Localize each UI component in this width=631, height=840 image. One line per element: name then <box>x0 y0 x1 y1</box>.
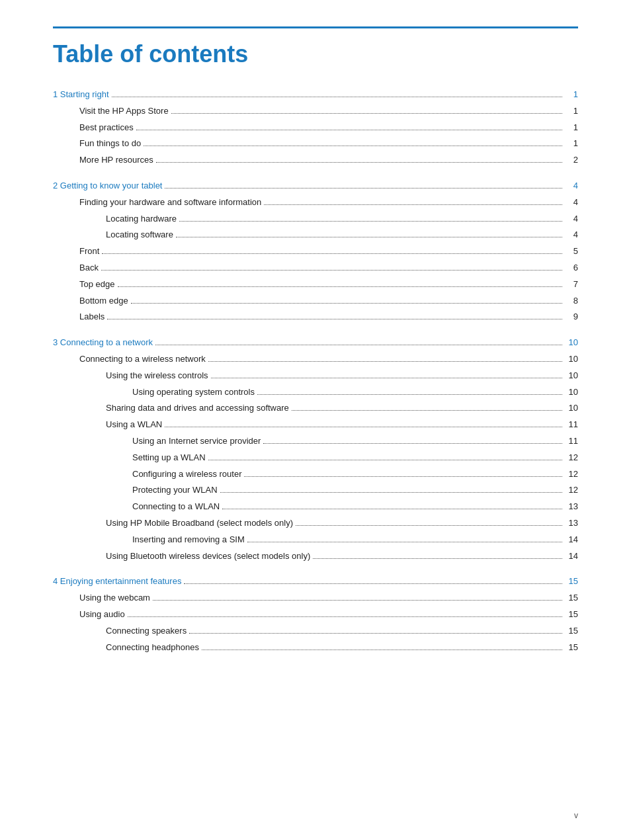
toc-page-number: 12 <box>565 468 578 482</box>
toc-dots <box>208 361 562 362</box>
toc-page-number: 7 <box>565 278 578 292</box>
toc-section-label: Finding your hardware and software infor… <box>79 196 261 210</box>
toc-page-number: 10 <box>565 386 578 399</box>
toc-dots <box>208 460 562 460</box>
toc-dots <box>102 253 562 254</box>
toc-entry: 3 Connecting to a network10 <box>53 336 578 350</box>
toc-section-label: Setting up a WLAN <box>132 451 206 465</box>
toc-entry: Using a WLAN11 <box>53 418 578 432</box>
toc-entry: Using HP Mobile Broadband (select models… <box>53 517 578 530</box>
toc-page-number: 12 <box>565 451 578 465</box>
toc-entry: Using an Internet service provider11 <box>53 435 578 448</box>
toc-section-label: Connecting speakers <box>106 624 187 638</box>
toc-dots <box>244 476 562 477</box>
toc-entry: 4 Enjoying entertainment features15 <box>53 575 578 589</box>
toc-entry: Labels9 <box>53 310 578 324</box>
toc-page-number: 5 <box>565 245 578 259</box>
toc-dots <box>131 303 562 304</box>
toc-entry: Configuring a wireless router12 <box>53 468 578 482</box>
toc-page-number: 14 <box>565 550 578 564</box>
toc-dots <box>264 204 562 205</box>
toc-entry: Top edge7 <box>53 278 578 292</box>
toc-section-label: Protecting your WLAN <box>132 483 218 497</box>
toc-section-label: Locating software <box>106 228 173 242</box>
toc-dots <box>211 378 562 378</box>
toc-dots <box>296 525 562 526</box>
toc-entry: Bottom edge8 <box>53 294 578 308</box>
toc-section-label: Using an Internet service provider <box>132 435 261 448</box>
toc-page-number: 10 <box>565 353 578 366</box>
toc-dots <box>156 162 562 163</box>
toc-section-label: Visit the HP Apps Store <box>79 105 169 118</box>
toc-entry: Connecting to a WLAN13 <box>53 500 578 514</box>
toc-chapter-label[interactable]: 2 Getting to know your tablet <box>53 179 162 193</box>
toc-dots <box>292 410 562 411</box>
toc-page-number: 15 <box>565 608 578 622</box>
toc-entry: Connecting headphones15 <box>53 641 578 655</box>
toc-page-number: 15 <box>565 575 578 589</box>
toc-dots <box>165 188 562 189</box>
toc-entry: Locating software4 <box>53 228 578 242</box>
toc-page-number: 12 <box>565 483 578 497</box>
toc-chapter-label[interactable]: 3 Connecting to a network <box>53 336 153 350</box>
toc-section-label: More HP resources <box>79 153 153 167</box>
toc-entry: Back6 <box>53 261 578 275</box>
toc-entry: Inserting and removing a SIM14 <box>53 533 578 547</box>
toc-section-label: Top edge <box>79 278 115 292</box>
toc-entry: Sharing data and drives and accessing so… <box>53 401 578 415</box>
toc-page-number: 11 <box>565 418 578 432</box>
toc-dots <box>179 221 562 222</box>
toc-section-label: Locating hardware <box>106 212 177 226</box>
toc-section-label: Using audio <box>79 608 125 622</box>
toc-page-number: 10 <box>565 336 578 350</box>
toc-dots <box>136 130 562 130</box>
toc-section-label: Using operating system controls <box>132 386 255 399</box>
toc-entry: Fun things to do1 <box>53 137 578 151</box>
toc-entry: Setting up a WLAN12 <box>53 451 578 465</box>
toc-page-number: 10 <box>565 369 578 383</box>
toc-section-label: Using HP Mobile Broadband (select models… <box>106 517 293 530</box>
toc-section-label: Back <box>79 261 99 275</box>
toc-page-number: 15 <box>565 641 578 655</box>
toc-entry: More HP resources2 <box>53 153 578 167</box>
toc-page-number: 6 <box>565 261 578 275</box>
toc-dots <box>220 492 562 493</box>
toc-chapter-label[interactable]: 1 Starting right <box>53 88 109 102</box>
top-border <box>53 26 578 28</box>
toc-dots <box>257 394 562 395</box>
toc-section-label: Bottom edge <box>79 294 128 308</box>
toc-dots <box>263 443 562 444</box>
toc-section-label: Connecting headphones <box>106 641 199 655</box>
toc-dots <box>128 616 562 617</box>
toc-entry: Using the webcam15 <box>53 591 578 605</box>
toc-section-label: Best practices <box>79 121 134 135</box>
toc-section-label: Using the wireless controls <box>106 369 208 383</box>
toc-dots <box>118 286 563 287</box>
toc-entry: Finding your hardware and software infor… <box>53 196 578 210</box>
toc-page-number: 4 <box>565 228 578 242</box>
toc-section-label: Inserting and removing a SIM <box>132 533 245 547</box>
toc-entry: Using operating system controls10 <box>53 386 578 399</box>
toc-entry: 1 Starting right1 <box>53 88 578 102</box>
toc-dots <box>222 509 562 509</box>
toc-page-number: 8 <box>565 294 578 308</box>
toc-page-number: 9 <box>565 310 578 324</box>
toc-entry: Connecting to a wireless network10 <box>53 353 578 366</box>
page-footer: v <box>574 811 578 820</box>
toc-dots <box>107 319 562 319</box>
toc-chapter-label[interactable]: 4 Enjoying entertainment features <box>53 575 181 589</box>
toc-section-label: Using the webcam <box>79 591 150 605</box>
toc-dots <box>144 146 562 146</box>
toc-entry: Using Bluetooth wireless devices (select… <box>53 550 578 564</box>
toc-section-label: Using Bluetooth wireless devices (select… <box>106 550 310 564</box>
toc-page-number: 4 <box>565 196 578 210</box>
toc-page-number: 1 <box>565 121 578 135</box>
toc-entry: Visit the HP Apps Store1 <box>53 105 578 118</box>
toc-dots <box>247 542 562 542</box>
toc-entry: Best practices1 <box>53 121 578 135</box>
toc-entry: Using audio15 <box>53 608 578 622</box>
toc-section-label: Connecting to a wireless network <box>79 353 206 366</box>
toc-dots <box>153 600 562 601</box>
toc-section-label: Front <box>79 245 99 259</box>
toc-dots <box>165 427 562 427</box>
